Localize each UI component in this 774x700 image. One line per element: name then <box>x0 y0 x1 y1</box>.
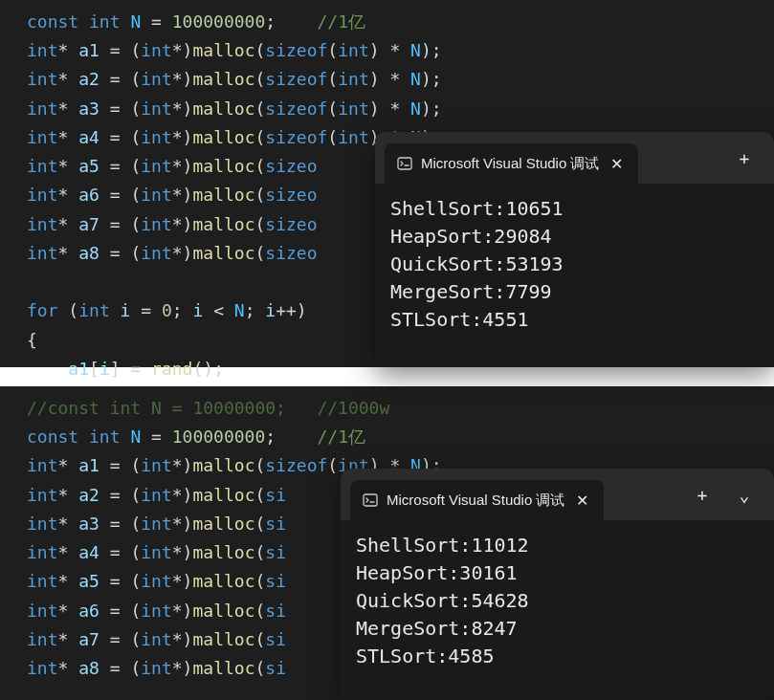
debug-console-window-2[interactable]: Microsoft Visual Studio 调试 ✕ + ⌄ ShellSo… <box>341 469 774 700</box>
console-line: HeapSort:30161 <box>356 559 759 587</box>
new-tab-button[interactable]: + <box>724 141 764 175</box>
code-line: int* a2 = (int*)malloc(sizeof(int) * N); <box>27 65 774 94</box>
console-output-2[interactable]: ShellSort:11012HeapSort:30161QuickSort:5… <box>341 520 774 682</box>
console-line: ShellSort:10651 <box>390 195 759 223</box>
terminal-icon <box>396 155 413 172</box>
console-line: MergeSort:7799 <box>390 278 759 306</box>
console-line: ShellSort:11012 <box>356 532 759 559</box>
console-line: STLSort:4585 <box>356 643 759 670</box>
console-title: Microsoft Visual Studio 调试 <box>387 492 564 510</box>
close-tab-button[interactable]: ✕ <box>572 492 592 510</box>
console-titlebar[interactable]: Microsoft Visual Studio 调试 ✕ + <box>375 132 774 184</box>
svg-rect-0 <box>398 158 411 169</box>
code-line: int* a3 = (int*)malloc(sizeof(int) * N); <box>27 95 774 123</box>
console-tab[interactable]: Microsoft Visual Studio 调试 ✕ <box>350 480 604 520</box>
svg-rect-1 <box>364 494 377 506</box>
code-line: const int N = 100000000; //1亿 <box>27 423 774 451</box>
titlebar-buttons: + ⌄ <box>682 477 764 512</box>
code-line: //const int N = 10000000; //1000w <box>27 394 774 423</box>
code-line: const int N = 100000000; //1亿 <box>27 8 774 36</box>
console-line: QuickSort:54628 <box>356 587 759 615</box>
terminal-icon <box>362 492 379 509</box>
debug-console-window-1[interactable]: Microsoft Visual Studio 调试 ✕ + ShellSort… <box>375 132 774 367</box>
new-tab-button[interactable]: + <box>682 477 722 512</box>
console-line: QuickSort:53193 <box>390 251 759 278</box>
console-title: Microsoft Visual Studio 调试 <box>421 155 599 173</box>
console-output-1[interactable]: ShellSort:10651HeapSort:29084QuickSort:5… <box>375 184 774 345</box>
console-line: MergeSort:8247 <box>356 615 759 643</box>
code-line: int* a1 = (int*)malloc(sizeof(int) * N); <box>27 36 774 65</box>
console-line: HeapSort:29084 <box>390 223 759 251</box>
console-tab[interactable]: Microsoft Visual Studio 调试 ✕ <box>385 143 638 184</box>
console-line: STLSort:4551 <box>390 306 759 334</box>
tab-dropdown-button[interactable]: ⌄ <box>724 477 764 512</box>
titlebar-buttons: + <box>724 141 764 175</box>
console-titlebar[interactable]: Microsoft Visual Studio 调试 ✕ + ⌄ <box>341 469 774 520</box>
close-tab-button[interactable]: ✕ <box>607 155 627 173</box>
